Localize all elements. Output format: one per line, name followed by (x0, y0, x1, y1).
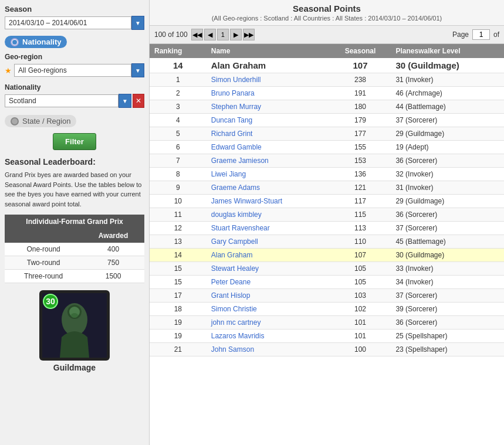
page-title: Seasonal Points (155, 4, 498, 13)
row-level: 37 (Sorcerer) (391, 222, 504, 235)
leaderboard-title: Seasonal Leaderboard: (5, 157, 144, 167)
geo-dropdown-btn[interactable] (131, 63, 144, 77)
page-1-btn[interactable]: 1 (217, 29, 229, 40)
row-ranking: 1 (150, 73, 207, 87)
card-wrap: 30 Guildmage (5, 290, 144, 372)
season-label: Season (5, 5, 144, 13)
table-row: 10 James Winward-Stuart 117 29 (Guildmag… (150, 195, 504, 208)
first-page-btn[interactable]: ◀◀ (191, 29, 203, 40)
row-level: 46 (Archmage) (391, 87, 504, 100)
table-row: 21 John Samson 100 23 (Spellshaper) (150, 343, 504, 356)
col-level: Planeswalker Level (391, 44, 504, 58)
row-seasonal: 105 (330, 262, 391, 276)
row-level: 19 (Adept) (391, 141, 504, 154)
state-toggle-circle (11, 117, 19, 125)
table-row: 8 Liwei Jiang 136 32 (Invoker) (150, 168, 504, 181)
row-level: 25 (Spellshaper) (391, 329, 504, 343)
row-seasonal: 113 (330, 222, 391, 235)
nationality-label: Nationality (5, 83, 144, 91)
row-ranking: 19 (150, 316, 207, 329)
season-select[interactable]: 2014/03/10 – 2014/06/01 (5, 16, 131, 29)
gp-row-value: 400 (82, 243, 144, 256)
row-name: Lazaros Mavridis (207, 329, 330, 343)
row-ranking: 4 (150, 114, 207, 127)
row-name: Stuart Ravenshear (207, 222, 330, 235)
featured-ranking: 14 (150, 58, 207, 73)
row-name: Liwei Jiang (207, 168, 330, 181)
nationality-dropdown-btn[interactable] (119, 94, 131, 108)
gp-col-type (5, 229, 82, 243)
table-row: 5 Richard Grint 177 29 (Guildmage) (150, 127, 504, 141)
row-level: 36 (Sorcerer) (391, 154, 504, 168)
row-level: 37 (Sorcerer) (391, 114, 504, 127)
state-toggle-label: State / Region (22, 117, 70, 125)
row-level: 36 (Sorcerer) (391, 316, 504, 329)
row-ranking: 7 (150, 154, 207, 168)
row-name: Duncan Tang (207, 114, 330, 127)
row-level: 29 (Guildmage) (391, 195, 504, 208)
table-row: 19 john mc cartney 101 36 (Sorcerer) (150, 316, 504, 329)
table-row: 19 Lazaros Mavridis 101 25 (Spellshaper) (150, 329, 504, 343)
table-row: 14 Alan Graham 107 30 (Guildmage) (150, 249, 504, 262)
table-row: 13 Gary Campbell 110 45 (Battlemage) (150, 235, 504, 249)
page-count: 100 of 100 (154, 30, 188, 39)
row-seasonal: 101 (330, 329, 391, 343)
row-seasonal: 103 (330, 289, 391, 303)
row-ranking: 2 (150, 87, 207, 100)
row-level: 39 (Sorcerer) (391, 303, 504, 316)
gp-col-awarded: Awarded (82, 229, 144, 243)
filter-button[interactable]: Filter (53, 133, 96, 150)
page-input[interactable] (472, 29, 490, 40)
star-icon: ★ (5, 66, 12, 75)
row-ranking: 8 (150, 168, 207, 181)
nationality-toggle-circle (11, 38, 19, 46)
row-name: Bruno Panara (207, 87, 330, 100)
nationality-toggle[interactable]: Nationality (5, 36, 67, 48)
pagination-bar: 100 of 100 ◀◀ ◀ 1 ▶ ▶▶ Page of (150, 26, 504, 44)
featured-seasonal: 107 (330, 58, 391, 73)
table-row: 1 Simon Underhill 238 31 (Invoker) (150, 73, 504, 87)
next-page-btn[interactable]: ▶ (230, 29, 242, 40)
row-seasonal: 180 (330, 100, 391, 114)
season-select-wrap: 2014/03/10 – 2014/06/01 (5, 16, 144, 30)
row-name: James Winward-Stuart (207, 195, 330, 208)
gp-table: Individual-Format Grand Prix Awarded One… (5, 215, 144, 283)
state-toggle[interactable]: State / Region (5, 115, 76, 127)
rankings-table: Ranking Name Seasonal Planeswalker Level… (150, 44, 504, 356)
geo-select[interactable]: All Geo-regions (14, 64, 131, 77)
nav-buttons: ◀◀ ◀ 1 ▶ ▶▶ (191, 29, 255, 40)
table-row: 7 Graeme Jamieson 153 36 (Sorcerer) (150, 154, 504, 168)
row-seasonal: 155 (330, 141, 391, 154)
row-seasonal: 102 (330, 303, 391, 316)
row-seasonal: 115 (330, 208, 391, 222)
featured-row: 14 Alan Graham 107 30 (Guildmage) (150, 58, 504, 73)
leaderboard-desc: Grand Prix byes are awarded based on you… (5, 170, 144, 209)
nationality-clear-btn[interactable]: ✕ (133, 94, 144, 108)
prev-page-btn[interactable]: ◀ (204, 29, 216, 40)
page-subtitle: (All Geo-regions : Scotland : All Countr… (155, 15, 498, 22)
page-label: Page (452, 30, 469, 39)
col-ranking: Ranking (150, 44, 207, 58)
row-level: 37 (Sorcerer) (391, 289, 504, 303)
nationality-select[interactable]: Scotland (5, 94, 119, 107)
row-seasonal: 179 (330, 114, 391, 127)
row-ranking: 6 (150, 141, 207, 154)
gp-row-label: Three-round (5, 270, 82, 283)
row-ranking: 14 (150, 249, 207, 262)
sidebar: Season 2014/03/10 – 2014/06/01 Nationali… (0, 0, 150, 445)
svg-point-4 (71, 313, 78, 318)
row-seasonal: 105 (330, 276, 391, 289)
planeswalker-card: 30 (39, 290, 110, 361)
row-ranking: 11 (150, 208, 207, 222)
row-name: Alan Graham (207, 249, 330, 262)
row-name: john mc cartney (207, 316, 330, 329)
row-ranking: 10 (150, 195, 207, 208)
row-name: Stewart Healey (207, 262, 330, 276)
gp-table-row: One-round400 (5, 243, 144, 256)
season-dropdown-btn[interactable] (131, 16, 144, 30)
last-page-btn[interactable]: ▶▶ (243, 29, 255, 40)
table-row: 4 Duncan Tang 179 37 (Sorcerer) (150, 114, 504, 127)
of-label: of (493, 30, 499, 39)
row-name: Gary Campbell (207, 235, 330, 249)
row-ranking: 18 (150, 303, 207, 316)
